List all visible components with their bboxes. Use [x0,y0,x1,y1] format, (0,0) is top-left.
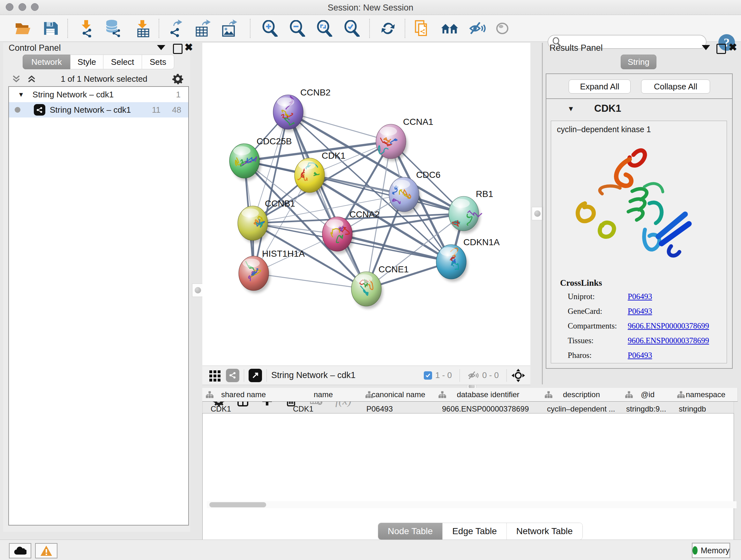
string-network-icon [34,104,45,116]
cell-name[interactable]: CDK1 [285,413,362,416]
cell-id[interactable]: stringdb:9... [622,413,674,416]
network-node-RB1[interactable]: RB1 [449,189,493,233]
hide-selected-button[interactable] [468,19,486,37]
entry-expander-icon[interactable]: ▼ [567,105,575,113]
zoom-fit-button[interactable] [315,19,333,37]
tab-edge-table[interactable]: Edge Table [443,523,507,540]
toolbar-separator [250,19,251,38]
tab-network-table[interactable]: Network Table [507,523,583,540]
network-canvas[interactable]: CCNB2CCNA1CDC25BCDK1CDC6RB1CCNB1CCNA2CDK… [202,43,530,366]
cloud-status-button[interactable] [9,543,31,558]
open-session-button[interactable] [14,19,32,37]
network-status-dot [15,107,20,113]
detach-view-icon[interactable] [249,369,262,382]
export-image-button[interactable] [220,19,239,37]
cell-database-identifier[interactable]: 9606.ENSP00000378699 [435,413,541,416]
horizontal-scrollbar[interactable] [207,501,734,508]
network-tree: ▼ String Network – cdk1 1 String Network… [8,86,189,525]
collapse-all-icon[interactable] [12,75,20,83]
clone-network-button[interactable] [413,19,431,37]
network-row[interactable]: String Network – cdk1 11 48 [9,102,188,118]
apply-layout-button[interactable] [379,19,397,37]
show-all-button[interactable] [493,19,511,37]
network-node-CCNA2[interactable]: CCNA2 [322,209,380,254]
node-label-CCNB2: CCNB2 [300,87,331,98]
network-view-toolbar: String Network – cdk1 1 - 0 0 - 0 [202,366,530,385]
hidden-eye-icon[interactable] [468,371,479,380]
tab-string-results[interactable]: String [621,55,657,69]
panel-float-icon[interactable] [717,44,726,54]
crosslink-value-link[interactable]: P06493 [628,351,652,366]
save-session-button[interactable] [42,19,59,37]
import-table-file-button[interactable] [134,19,152,37]
panel-menu-icon[interactable] [157,45,165,50]
application-window: Session: New Session [0,0,741,560]
title-bar: Session: New Session [0,0,741,15]
network-node-CDC6[interactable]: CDC6 [389,170,441,214]
toolbar-separator [369,19,370,38]
results-panel: Results Panel ✖ String Expand All Collap… [544,43,740,374]
cell-shared-name[interactable]: CDK1 [202,413,285,416]
tab-network[interactable]: Network [23,55,71,69]
warnings-button[interactable] [35,543,57,558]
collection-count: 1 [176,90,181,100]
tab-style[interactable]: Style [70,55,104,69]
network-view-icon[interactable] [226,369,239,382]
export-table-button[interactable] [194,19,212,37]
first-neighbors-button[interactable] [441,19,459,37]
right-splitter-grip[interactable] [532,207,543,220]
collapse-all-button[interactable]: Collapse All [641,79,710,94]
main-toolbar: ? [0,15,741,42]
cell-canonical-name[interactable]: P06493 [362,413,435,416]
results-entry: ▼ CDK1 cyclin–dependent kinase 1 [546,98,733,369]
left-splitter-grip[interactable] [192,284,204,297]
node-label-CDK1: CDK1 [322,151,346,161]
tab-node-table[interactable]: Node Table [378,523,443,540]
export-network-button[interactable] [165,19,184,37]
panel-menu-icon[interactable] [702,45,710,50]
network-node-CDKN1A[interactable]: CDKN1A [436,237,500,282]
network-node-HIST1H1A[interactable]: HIST1H1A [239,249,305,293]
selected-checkbox-icon[interactable] [424,371,432,380]
crosslink-value-link[interactable]: 9606.ENSP00000378699 [628,321,709,336]
scrollbar-thumb[interactable] [209,502,266,507]
status-bar: Memory [0,540,741,560]
cell-namespace[interactable]: stringdb [674,413,734,416]
memory-button[interactable]: Memory [692,543,730,558]
gear-icon[interactable] [172,73,183,84]
panel-close-icon[interactable]: ✖ [185,43,193,51]
panel-close-icon[interactable]: ✖ [729,43,737,51]
network-collection-row[interactable]: ▼ String Network – cdk1 1 [9,87,188,102]
import-network-database-button[interactable] [104,19,122,37]
import-network-file-button[interactable] [77,19,95,37]
tab-select[interactable]: Select [103,55,142,69]
gene-description: cyclin–dependent kinase 1 [557,125,651,134]
expand-all-button[interactable]: Expand All [569,79,630,94]
zoom-selected-button[interactable] [343,19,360,37]
network-node-CCNB1[interactable]: CCNB1 [238,199,295,243]
hidden-counts: 0 - 0 [482,370,499,380]
gene-name: CDK1 [594,103,621,114]
crosslink-value-link[interactable]: P06493 [628,307,652,321]
control-panel: Control Panel ✖ Network Style Select Set… [3,43,190,532]
panel-float-icon[interactable] [173,44,183,54]
crosslinks-title: CrossLinks [560,278,602,288]
expand-all-icon[interactable] [27,75,36,83]
tab-sets[interactable]: Sets [142,55,174,69]
crosslink-label: Uniprot: [568,292,628,307]
crosslink-value-link[interactable]: 9606.ENSP00000378699 [628,336,709,351]
collection-expander-icon[interactable]: ▼ [18,91,24,98]
node-label-CCNA2: CCNA2 [349,209,380,219]
crosslink-label: Tissues: [568,336,628,351]
vertical-splitter[interactable] [542,43,543,384]
cell-description[interactable]: cyclin–dependent ... [541,413,622,416]
grid-view-icon[interactable] [209,369,221,382]
birds-eye-toggle-icon[interactable] [511,368,525,382]
toolbar-separator [158,19,159,38]
zoom-out-button[interactable] [288,19,306,37]
network-graph[interactable]: CCNB2CCNA1CDC25BCDK1CDC6RB1CCNB1CCNA2CDK… [202,43,530,366]
zoom-in-button[interactable] [261,19,279,37]
memory-status-dot [692,546,697,555]
crosslink-value-link[interactable]: P06493 [628,292,652,307]
network-node-CCNE1[interactable]: CCNE1 [351,264,409,309]
